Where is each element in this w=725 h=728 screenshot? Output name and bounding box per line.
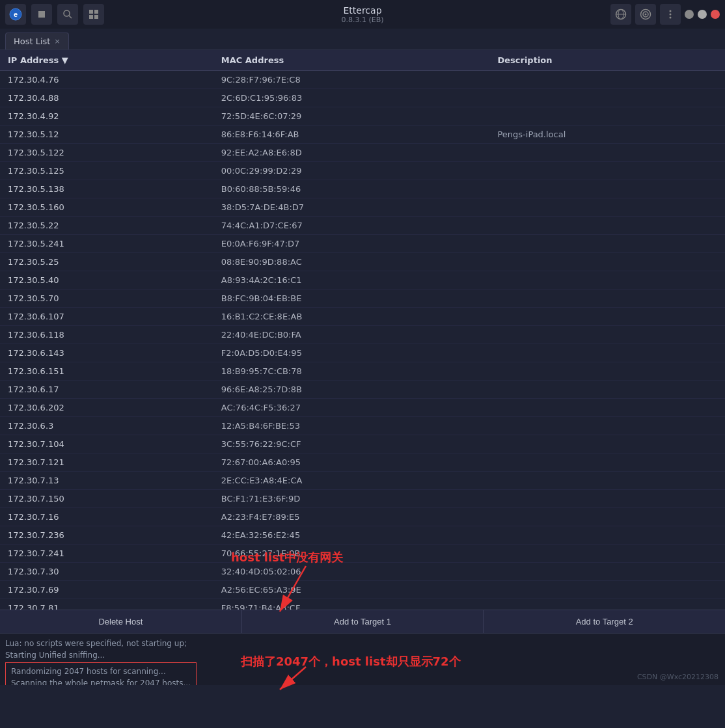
table-row[interactable]: 172.30.6.10716:B1:C2:CE:8E:AB <box>0 308 725 326</box>
cell-mac: B0:60:88:5B:59:46 <box>213 180 490 198</box>
cell-ip: 172.30.7.16 <box>0 508 213 526</box>
stop-button[interactable] <box>31 4 52 25</box>
host-list-tab[interactable]: Host List × <box>5 33 69 49</box>
ettercap-logo-icon: e <box>9 8 22 21</box>
cell-desc <box>489 253 725 271</box>
table-row[interactable]: 172.30.6.1796:6E:A8:25:7D:8B <box>0 381 725 399</box>
search-icon <box>62 9 73 20</box>
target-icon-button[interactable] <box>635 4 656 25</box>
stop-icon <box>37 10 46 19</box>
svg-rect-6 <box>94 10 98 14</box>
cell-ip: 172.30.6.3 <box>0 417 213 435</box>
network-icon-button[interactable] <box>610 4 631 25</box>
svg-point-15 <box>670 10 672 12</box>
table-row[interactable]: 172.30.7.24170:66:55:27:1E:0B <box>0 545 725 563</box>
cell-desc <box>489 417 725 435</box>
app-version: 0.8.3.1 (EB) <box>341 16 383 24</box>
cell-mac: AC:76:4C:F5:36:27 <box>213 399 490 417</box>
table-header-row: IP Address ▼ MAC Address Description <box>0 50 725 71</box>
ettercap-icon-button[interactable]: e <box>5 4 26 25</box>
cell-mac: F8:59:71:B4:A3:CF <box>213 599 490 610</box>
add-to-target2-button[interactable]: Add to Target 2 <box>484 610 725 633</box>
table-row[interactable]: 172.30.6.312:A5:B4:6F:BE:53 <box>0 417 725 435</box>
cell-desc <box>489 144 725 162</box>
table-row[interactable]: 172.30.7.16A2:23:F4:E7:89:E5 <box>0 508 725 526</box>
cell-ip: 172.30.6.151 <box>0 362 213 381</box>
col-header-mac: MAC Address <box>213 50 490 71</box>
table-row[interactable]: 172.30.7.132E:CC:E3:A8:4E:CA <box>0 472 725 490</box>
col-mac-label: MAC Address <box>221 55 284 65</box>
col-header-desc: Description <box>489 50 725 71</box>
cell-mac: 92:EE:A2:A8:E6:8D <box>213 144 490 162</box>
cell-ip: 172.30.4.88 <box>0 89 213 107</box>
titlebar-center: Ettercap 0.8.3.1 (EB) <box>341 5 383 24</box>
cell-desc <box>489 435 725 453</box>
cell-ip: 172.30.5.22 <box>0 217 213 235</box>
cell-mac: B8:FC:9B:04:EB:BE <box>213 290 490 308</box>
table-row[interactable]: 172.30.7.1043C:55:76:22:9C:CF <box>0 435 725 453</box>
table-row[interactable]: 172.30.7.69A2:56:EC:65:A3:9E <box>0 581 725 599</box>
cell-desc <box>489 162 725 180</box>
cell-ip: 172.30.5.125 <box>0 162 213 180</box>
table-row[interactable]: 172.30.5.2508:8E:90:9D:88:AC <box>0 253 725 271</box>
cell-desc <box>489 89 725 107</box>
cell-mac: 22:40:4E:DC:B0:FA <box>213 326 490 344</box>
col-header-ip[interactable]: IP Address ▼ <box>0 50 213 71</box>
window-minimize-button[interactable] <box>685 10 694 19</box>
table-row[interactable]: 172.30.4.9272:5D:4E:6C:07:29 <box>0 107 725 126</box>
table-row[interactable]: 172.30.6.15118:B9:95:7C:CB:78 <box>0 362 725 381</box>
add-to-target1-button[interactable]: Add to Target 1 <box>242 610 484 633</box>
table-row[interactable]: 172.30.5.12500:0C:29:99:D2:29 <box>0 162 725 180</box>
cell-ip: 172.30.5.122 <box>0 144 213 162</box>
window-close-button[interactable] <box>711 10 720 19</box>
table-row[interactable]: 172.30.7.23642:EA:32:56:E2:45 <box>0 526 725 545</box>
search-button[interactable] <box>57 4 78 25</box>
cell-mac: 38:D5:7A:DE:4B:D7 <box>213 198 490 217</box>
cell-mac: 42:EA:32:56:E2:45 <box>213 526 490 545</box>
action-buttons-bar: Delete Host Add to Target 1 Add to Targe… <box>0 610 725 633</box>
menu-button[interactable] <box>660 4 681 25</box>
window-maximize-button[interactable] <box>698 10 707 19</box>
table-row[interactable]: 172.30.7.3032:40:4D:05:02:06 <box>0 563 725 581</box>
cell-desc <box>489 235 725 253</box>
log-box-line1: Randomizing 2047 hosts for scanning... <box>11 666 191 677</box>
table-row[interactable]: 172.30.5.138B0:60:88:5B:59:46 <box>0 180 725 198</box>
svg-text:e: e <box>14 10 18 18</box>
table-row[interactable]: 172.30.5.16038:D5:7A:DE:4B:D7 <box>0 198 725 217</box>
cell-desc <box>489 399 725 417</box>
cell-mac: F2:0A:D5:D0:E4:95 <box>213 344 490 362</box>
host-list-table-container[interactable]: IP Address ▼ MAC Address Description 172… <box>0 50 725 610</box>
cell-mac: 00:0C:29:99:D2:29 <box>213 162 490 180</box>
table-row[interactable]: 172.30.7.150BC:F1:71:E3:6F:9D <box>0 490 725 508</box>
table-row[interactable]: 172.30.5.40A8:93:4A:2C:16:C1 <box>0 271 725 290</box>
table-row[interactable]: 172.30.6.202AC:76:4C:F5:36:27 <box>0 399 725 417</box>
table-row[interactable]: 172.30.5.1286:E8:F6:14:6F:ABPengs-iPad.l… <box>0 126 725 144</box>
cell-mac: 9C:28:F7:96:7E:C8 <box>213 71 490 89</box>
cell-desc <box>489 581 725 599</box>
table-row[interactable]: 172.30.5.70B8:FC:9B:04:EB:BE <box>0 290 725 308</box>
cell-ip: 172.30.5.241 <box>0 235 213 253</box>
table-row[interactable]: 172.30.7.12172:67:00:A6:A0:95 <box>0 453 725 472</box>
delete-host-button[interactable]: Delete Host <box>0 610 242 633</box>
cell-mac: 70:66:55:27:1E:0B <box>213 545 490 563</box>
network-icon <box>615 8 627 20</box>
table-row[interactable]: 172.30.4.882C:6D:C1:95:96:83 <box>0 89 725 107</box>
table-row[interactable]: 172.30.4.769C:28:F7:96:7E:C8 <box>0 71 725 89</box>
cell-mac: 96:6E:A8:25:7D:8B <box>213 381 490 399</box>
cell-desc <box>489 472 725 490</box>
table-row[interactable]: 172.30.5.12292:EE:A2:A8:E6:8D <box>0 144 725 162</box>
cell-ip: 172.30.6.118 <box>0 326 213 344</box>
cell-mac: 72:5D:4E:6C:07:29 <box>213 107 490 126</box>
grid-icon <box>89 9 99 20</box>
table-row[interactable]: 172.30.6.143F2:0A:D5:D0:E4:95 <box>0 344 725 362</box>
grid-button[interactable] <box>83 4 104 25</box>
svg-point-16 <box>670 14 672 16</box>
cell-desc <box>489 563 725 581</box>
tab-close-icon[interactable]: × <box>54 37 60 46</box>
cell-mac: 2E:CC:E3:A8:4E:CA <box>213 472 490 490</box>
cell-desc <box>489 180 725 198</box>
table-row[interactable]: 172.30.5.241E0:0A:F6:9F:47:D7 <box>0 235 725 253</box>
table-row[interactable]: 172.30.7.81F8:59:71:B4:A3:CF <box>0 599 725 610</box>
table-row[interactable]: 172.30.5.2274:4C:A1:D7:CE:67 <box>0 217 725 235</box>
table-row[interactable]: 172.30.6.11822:40:4E:DC:B0:FA <box>0 326 725 344</box>
